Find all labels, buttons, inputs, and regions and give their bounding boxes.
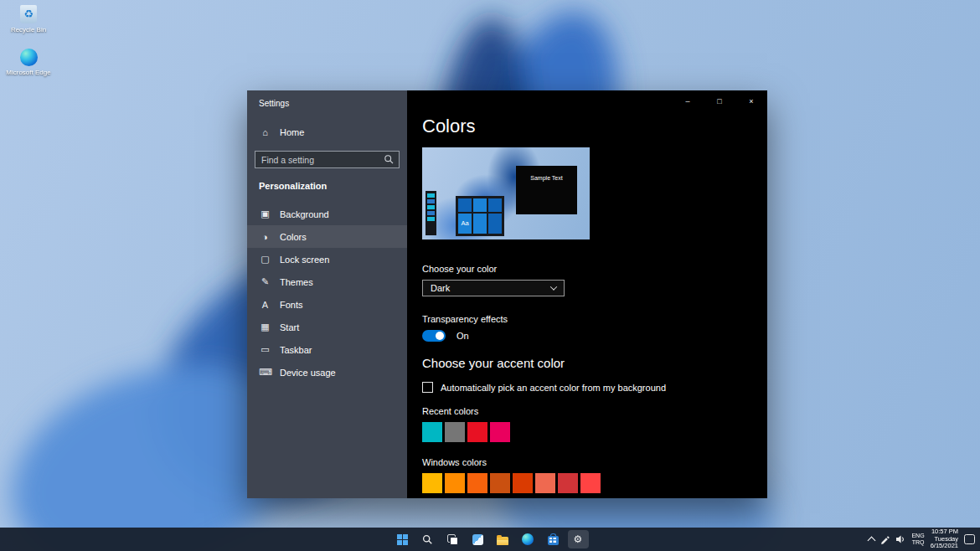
color-swatch[interactable] <box>445 473 465 493</box>
recent-colors-label: Recent colors <box>422 406 767 416</box>
sidebar-item-device-usage[interactable]: ⌨ Device usage <box>247 361 407 384</box>
widgets-button[interactable] <box>467 530 488 548</box>
maximize-button[interactable]: □ <box>704 90 735 112</box>
sidebar-item-label: Lock screen <box>280 255 329 265</box>
widgets-icon <box>472 534 483 545</box>
search-icon <box>422 534 433 545</box>
desktop-icon-recycle-bin[interactable]: ♻ Recycle Bin <box>2 5 55 33</box>
language-indicator[interactable]: ENG TRQ <box>911 533 924 546</box>
sidebar-item-label: Themes <box>280 277 313 287</box>
edge-icon <box>522 533 534 545</box>
minimize-button[interactable]: – <box>672 90 704 112</box>
search-box[interactable] <box>255 151 400 168</box>
color-swatch[interactable] <box>490 422 510 442</box>
sidebar-item-background[interactable]: ▣ Background <box>247 203 407 225</box>
sidebar-item-label: Background <box>280 209 329 219</box>
sidebar-item-label: Fonts <box>280 300 303 310</box>
file-explorer-button[interactable] <box>493 530 513 548</box>
preview-aa-tile: Aa <box>458 214 472 234</box>
preview-app-window: Aa <box>456 196 504 236</box>
color-mode-value: Dark <box>431 283 450 293</box>
color-mode-dropdown[interactable]: Dark <box>422 280 565 296</box>
windows-colors-row <box>422 473 767 493</box>
toggle-state-label: On <box>456 331 469 341</box>
chevron-down-icon <box>550 283 557 290</box>
sidebar-item-label: Colors <box>280 232 307 242</box>
store-icon <box>548 536 559 545</box>
color-swatch[interactable] <box>490 473 510 493</box>
recycle-glyph: ♻ <box>23 5 34 23</box>
transparency-toggle[interactable] <box>422 330 446 342</box>
color-swatch[interactable] <box>513 473 533 493</box>
window-title: Settings <box>259 99 407 108</box>
sidebar-nav: ▣ Background ◑ Colors ▢ Lock screen ✎ Th… <box>247 203 407 384</box>
desktop-icon-label: Recycle Bin <box>2 26 55 33</box>
sidebar-item-fonts[interactable]: A Fonts <box>247 293 407 316</box>
preview-sample-window: Sample Text <box>516 166 577 214</box>
transparency-row: On <box>422 330 767 342</box>
sidebar-item-home[interactable]: ⌂ Home <box>247 121 407 143</box>
recycle-bin-icon: ♻ <box>20 5 37 23</box>
color-swatch[interactable] <box>467 422 487 442</box>
language-line1: ENG <box>911 533 924 539</box>
auto-accent-label: Automatically pick an accent color from … <box>441 383 666 393</box>
pen-icon[interactable] <box>880 534 890 544</box>
tray-chevron-up-icon[interactable] <box>868 536 876 544</box>
desktop-icon-label: Microsoft Edge <box>2 69 55 76</box>
gear-icon: ⚙ <box>574 534 583 544</box>
color-swatch[interactable] <box>535 473 555 493</box>
search-icon <box>384 154 395 165</box>
sidebar: Settings ⌂ Home Personalization ▣ Backgr… <box>247 90 407 498</box>
colors-icon: ◑ <box>259 232 271 242</box>
sidebar-item-label: Home <box>280 127 304 137</box>
checkbox-icon[interactable] <box>422 382 433 393</box>
folder-icon <box>497 537 508 545</box>
fonts-icon: A <box>259 300 271 310</box>
settings-content: Colors Aa Sample Text Choose your color … <box>407 90 767 498</box>
desktop-icon-microsoft-edge[interactable]: Microsoft Edge <box>2 49 55 76</box>
lock-screen-icon: ▢ <box>259 254 271 265</box>
taskbar: ⚙ ENG TRQ 10:57 PM Tuesday 6/15/2021 <box>0 528 980 551</box>
clock-date: 6/15/2021 <box>931 543 958 550</box>
window-controls: – □ × <box>672 90 767 112</box>
windows-logo-icon <box>397 534 408 545</box>
edge-button[interactable] <box>518 530 539 548</box>
taskbar-settings-icon: ▭ <box>259 344 271 355</box>
notifications-icon[interactable] <box>964 534 975 544</box>
search-input[interactable] <box>255 152 399 168</box>
recent-colors-row <box>422 422 767 442</box>
transparency-label: Transparency effects <box>422 314 767 324</box>
themes-icon: ✎ <box>259 276 271 287</box>
sidebar-item-lock-screen[interactable]: ▢ Lock screen <box>247 248 407 270</box>
sidebar-item-colors[interactable]: ◑ Colors <box>247 225 407 248</box>
close-button[interactable]: × <box>735 90 767 112</box>
auto-accent-checkbox-row[interactable]: Automatically pick an accent color from … <box>422 382 767 393</box>
clock[interactable]: 10:57 PM Tuesday 6/15/2021 <box>931 528 958 550</box>
taskbar-center: ⚙ <box>392 530 589 548</box>
color-swatch[interactable] <box>558 473 578 493</box>
store-button[interactable] <box>543 530 564 548</box>
choose-color-label: Choose your color <box>422 264 767 274</box>
sidebar-item-themes[interactable]: ✎ Themes <box>247 270 407 293</box>
system-tray: ENG TRQ 10:57 PM Tuesday 6/15/2021 <box>869 528 975 551</box>
color-swatch[interactable] <box>445 422 465 442</box>
color-swatch[interactable] <box>467 473 487 493</box>
color-swatch[interactable] <box>580 473 601 493</box>
color-swatch[interactable] <box>422 473 442 493</box>
device-usage-icon: ⌨ <box>259 367 271 378</box>
sidebar-item-start[interactable]: ▦ Start <box>247 316 407 338</box>
preview-sample-text: Sample Text <box>530 175 562 181</box>
volume-icon[interactable] <box>895 534 905 544</box>
search-button[interactable] <box>417 530 438 548</box>
sidebar-item-taskbar[interactable]: ▭ Taskbar <box>247 338 407 361</box>
color-mode-preview: Aa Sample Text <box>422 147 590 239</box>
task-view-button[interactable] <box>442 530 463 548</box>
preview-nav-strip <box>426 191 436 235</box>
settings-window: Settings ⌂ Home Personalization ▣ Backgr… <box>247 90 767 498</box>
home-icon: ⌂ <box>259 127 271 137</box>
color-swatch[interactable] <box>422 422 442 442</box>
settings-button[interactable]: ⚙ <box>568 530 589 548</box>
task-view-icon <box>447 534 458 545</box>
start-button[interactable] <box>392 530 413 548</box>
background-icon: ▣ <box>259 209 271 219</box>
